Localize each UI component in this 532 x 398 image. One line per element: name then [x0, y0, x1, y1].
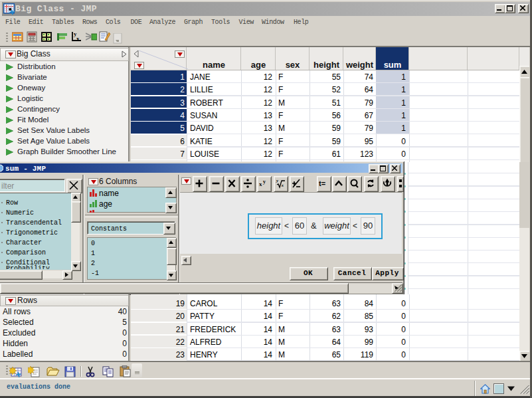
svg-text:y: y	[263, 179, 266, 185]
svg-text:x: x	[281, 183, 284, 188]
svg-text:x: x	[76, 35, 80, 42]
svg-text:x: x	[259, 181, 262, 187]
svg-text:y: y	[276, 178, 279, 183]
svg-text:t=: t=	[319, 179, 325, 187]
